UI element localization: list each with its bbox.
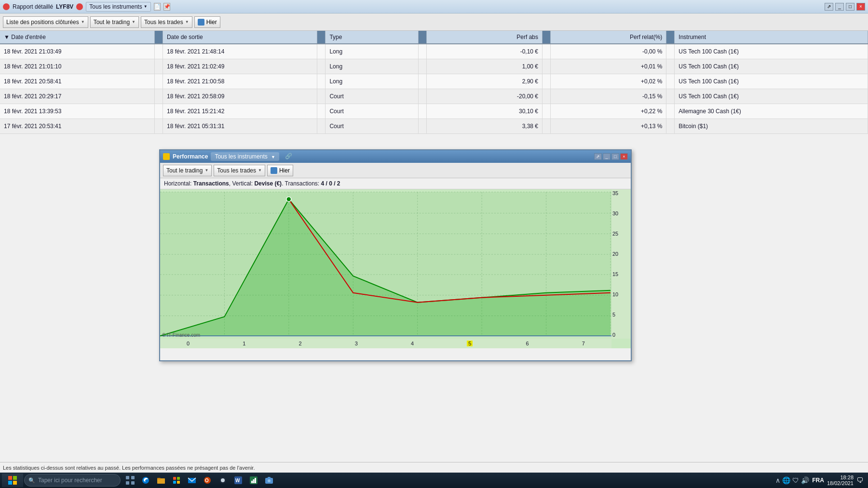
svg-rect-24 [126,481,129,485]
positions-table: ▼ Date d'entrée Date de sortie Type Perf… [0,31,868,134]
perf-instruments-tab[interactable]: Tous les instruments ▼ [211,152,279,161]
cell-date-entree: 18 févr. 2021 13:39:53 [0,104,154,119]
clock: 18:28 18/02/2021 [827,475,854,486]
taskbar-search-bar[interactable]: 🔍 Taper ici pour rechercher [24,474,121,487]
title-bar: Rapport détaillé LYF8V Tous les instrume… [0,0,868,13]
perf-trading-dropdown[interactable]: Tout le trading ▼ [163,165,212,176]
network-icon[interactable]: 🌐 [782,476,790,484]
cell-perf-rel: +0,01 % [551,59,666,74]
cell-perf-abs: 30,10 € [426,104,542,119]
col-type[interactable]: Type [326,31,418,44]
hier-button[interactable]: Hier [194,16,220,28]
mail-button[interactable] [185,474,199,487]
office-icon: O [203,476,212,485]
table-row: 17 févr. 2021 20:53:41 18 févr. 2021 05:… [0,119,868,134]
explorer-button[interactable] [154,474,168,487]
close-button[interactable]: × [856,3,865,11]
x-label-5-highlight: 5 [467,341,473,346]
word-button[interactable]: W [231,474,245,487]
perf-link-icon[interactable]: 🔗 [285,153,293,160]
vertical-label: Devise (€) [254,180,282,187]
camera-button[interactable] [262,474,276,487]
edge-button[interactable] [139,474,152,487]
cell-type: Long [326,44,418,59]
perf-info-bar: Horizontal: Transactions, Vertical: Devi… [160,178,631,189]
perf-share-icon[interactable]: ⇗ [594,153,602,160]
chevron-up-icon[interactable]: ∧ [775,476,780,484]
col-instrument[interactable]: Instrument [675,31,868,44]
perf-close-button[interactable]: × [620,153,628,160]
cell-perf-rel: +0,02 % [551,74,666,89]
perf-trades-dropdown[interactable]: Tous les trades ▼ [214,165,265,176]
table-row: 18 févr. 2021 13:39:53 18 févr. 2021 15:… [0,104,868,119]
y-label-35: 35 [612,190,630,196]
perf-hier-button[interactable]: Hier [267,165,293,176]
taskbar-icons: O W [123,474,276,487]
maximize-button[interactable]: □ [846,3,854,11]
positions-dropdown[interactable]: Liste des positions clôturées ▼ [3,16,88,28]
camera-icon [265,476,273,485]
taskbar-search-text: Taper ici pour rechercher [38,477,102,484]
perf-minimize-button[interactable]: _ [603,153,610,160]
chart-button[interactable] [247,474,260,487]
status-bar: Les statistiques ci-dessus sont relative… [0,462,868,473]
y-label-10: 10 [612,291,630,297]
cell-instrument: US Tech 100 Cash (1€) [675,59,868,74]
y-label-30: 30 [612,211,630,216]
instruments-dropdown-title[interactable]: Tous les instruments ▼ [86,2,150,12]
y-label-20: 20 [612,251,630,257]
col-date-entree[interactable]: ▼ Date d'entrée [0,31,154,44]
y-label-15: 15 [612,271,630,277]
cell-perf-rel: -0,00 % [551,44,666,59]
sys-icons: ∧ 🌐 🛡 🔊 [775,476,809,484]
shield-icon[interactable]: 🛡 [792,476,799,484]
speaker-icon[interactable]: 🔊 [801,476,809,484]
main-toolbar: Liste des positions clôturées ▼ Tout le … [0,13,868,31]
chart-icon [249,476,258,485]
table-body: 18 févr. 2021 21:03:49 18 févr. 2021 21:… [0,44,868,134]
col-separator1 [154,31,163,44]
cell-type: Long [326,74,418,89]
svg-rect-25 [131,481,135,485]
x-label-1: 1 [243,341,245,346]
taskbar-search-icon: 🔍 [28,477,35,484]
chart-area: 35 30 25 20 15 10 5 0 0 1 2 3 4 5 6 7 [160,189,631,348]
x-label-7: 7 [582,341,585,346]
app-icon [3,3,10,10]
cell-perf-rel: +0,22 % [551,104,666,119]
share-icon[interactable]: ⇗ [825,3,833,11]
trades-dropdown[interactable]: Tous les trades ▼ [141,16,192,28]
start-button[interactable] [2,474,23,487]
perf-maximize-button[interactable]: □ [611,153,619,160]
cell-date-entree: 18 févr. 2021 21:01:10 [0,59,154,74]
svg-rect-43 [255,478,256,483]
office-button[interactable]: O [201,474,214,487]
task-view-button[interactable] [123,474,137,487]
col-date-sortie[interactable]: Date de sortie [163,31,317,44]
col-separator3 [418,31,426,44]
svg-rect-22 [126,476,129,479]
trading-dropdown[interactable]: Tout le trading ▼ [90,16,139,28]
cell-type: Long [326,59,418,74]
steam-icon [218,476,227,485]
trades-arrow: ▼ [185,20,189,24]
table-row: 18 févr. 2021 20:58:41 18 févr. 2021 21:… [0,74,868,89]
cell-date-entree: 17 févr. 2021 20:53:41 [0,119,154,134]
cell-date-sortie: 18 févr. 2021 21:48:14 [163,44,317,59]
positions-arrow: ▼ [81,20,85,24]
svg-text:W: W [235,478,240,483]
store-button[interactable] [170,474,183,487]
notification-icon[interactable]: 🗨 [856,476,863,484]
steam-button[interactable] [216,474,230,487]
svg-text:O: O [205,478,209,483]
cell-date-sortie: 18 févr. 2021 21:00:58 [163,74,317,89]
minimize-button[interactable]: _ [835,3,844,11]
svg-rect-29 [173,477,176,480]
col-perf-rel[interactable]: Perf relat(%) [551,31,666,44]
col-perf-abs[interactable]: Perf abs [426,31,542,44]
svg-rect-20 [8,481,12,485]
cell-instrument: US Tech 100 Cash (1€) [675,74,868,89]
table-row: 18 févr. 2021 21:03:49 18 févr. 2021 21:… [0,44,868,59]
transactions-count: 4 / 0 / 2 [321,180,340,187]
svg-rect-23 [131,476,135,479]
